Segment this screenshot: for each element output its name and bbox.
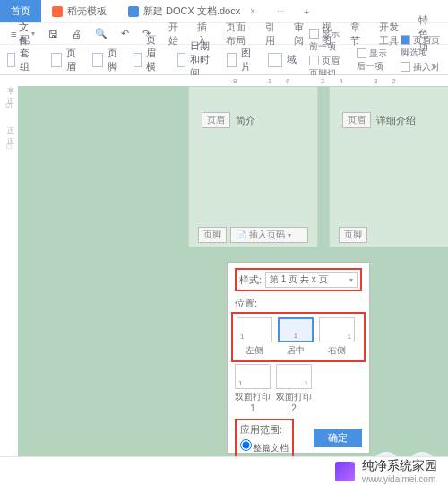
docx-icon [128, 6, 139, 17]
chevron-icon: ⋯ [277, 7, 284, 15]
rb-nav2: 显示后一项 [357, 48, 387, 73]
page-footer[interactable]: 页脚 [339, 227, 448, 243]
ok-button[interactable]: 确定 [314, 429, 362, 447]
pages: 页眉 简介 页脚 📄 插入页码 ▾ 页眉 详细介绍 页脚 [188, 86, 448, 247]
page-footer[interactable]: 页脚 📄 插入页码 ▾ [198, 227, 308, 243]
brand-url: www.yidaimei.com [362, 474, 437, 484]
brand-logo [335, 462, 355, 481]
rb-footer[interactable]: 页脚 [92, 47, 121, 74]
pos-left[interactable]: 1左侧 [237, 317, 272, 357]
apply-doc[interactable]: 整篇文档 [240, 439, 289, 455]
footer: 纯净系统家园 www.yidaimei.com [0, 456, 448, 485]
brand-name: 纯净系统家园 [362, 458, 437, 474]
pos-duplex2[interactable]: 1双面打印2 [276, 364, 312, 413]
style-select[interactable]: 第 1 页 共 x 页▾ [265, 272, 358, 288]
header-label: 页眉 [202, 112, 230, 128]
pos-center[interactable]: 1居中 [278, 317, 314, 357]
style-row: 样式: 第 1 页 共 x 页▾ [235, 268, 362, 291]
templates-icon [52, 6, 63, 17]
position-grid: 1左侧 1居中 1右侧 [231, 312, 366, 362]
rb-datetime[interactable]: 日期和时间 [177, 39, 214, 80]
rb-pic[interactable]: 图片 [227, 47, 255, 74]
footer-label: 页脚 [198, 227, 227, 243]
page1-title: 简介 [236, 114, 255, 127]
header-label: 页眉 [342, 112, 371, 128]
page-1[interactable]: 页眉 简介 页脚 📄 插入页码 ▾ [188, 86, 318, 247]
apply-label: 应用范围: [240, 423, 289, 437]
position-grid2: 1双面打印1 1双面打印2 [235, 364, 362, 413]
rb-hfnav[interactable]: 页眉页脚选项 [401, 34, 441, 59]
canvas: 亭正☑正正□ 8 16 24 32 页眉 简介 页脚 📄 插入页码 ▾ 页眉 详… [0, 75, 448, 456]
page-2[interactable]: 页眉 详细介绍 页脚 [329, 86, 448, 247]
style-label: 样式: [239, 273, 262, 287]
qat-save[interactable]: 🖫 [43, 26, 64, 42]
page-header[interactable]: 页眉 详细介绍 [342, 112, 416, 128]
menubar: ≡ 文件 ▾ 🖫 🖨 🔍 ↶ ↷ 开始 插入 页面布局 引用 审阅 视图 章节 … [0, 23, 448, 45]
close-icon[interactable]: × [250, 6, 255, 16]
pos-duplex1[interactable]: 1双面打印1 [235, 364, 271, 413]
rb-showprev[interactable]: 显示前一项 [309, 28, 345, 53]
ruler-vertical: 亭正☑正正□ [0, 75, 18, 456]
page2-title: 详细介绍 [376, 114, 416, 127]
pos-right[interactable]: 1右侧 [319, 317, 355, 357]
rb-header[interactable]: 页眉 [51, 47, 80, 74]
mtab-ref[interactable]: 引用 [258, 18, 284, 50]
rb-shownext[interactable]: 显示后一项 [357, 48, 387, 73]
footer-label: 页脚 [339, 227, 367, 243]
rb-field[interactable]: 域 [268, 53, 297, 67]
pos-label: 位置: [235, 297, 362, 310]
page-number-popup: 样式: 第 1 页 共 x 页▾ 位置: 1左侧 1居中 1右侧 1双面打印1 … [227, 262, 370, 454]
qat-preview[interactable]: 🔍 [90, 25, 113, 42]
ruler-horizontal: 8 16 24 32 [18, 75, 448, 86]
qat-print[interactable]: 🖨 [66, 26, 87, 42]
mtab-layout[interactable]: 页面布局 [219, 18, 255, 50]
insert-page-number[interactable]: 📄 插入页码 ▾ [230, 227, 308, 243]
mtab-chapter[interactable]: 章节 [343, 18, 369, 50]
apply-range: 应用范围: 整篇文档 [235, 419, 294, 459]
tab-templates[interactable]: 稻壳模板 [41, 0, 117, 22]
qat-undo[interactable]: ↶ [116, 25, 134, 42]
page-header[interactable]: 页眉 简介 [202, 112, 255, 128]
